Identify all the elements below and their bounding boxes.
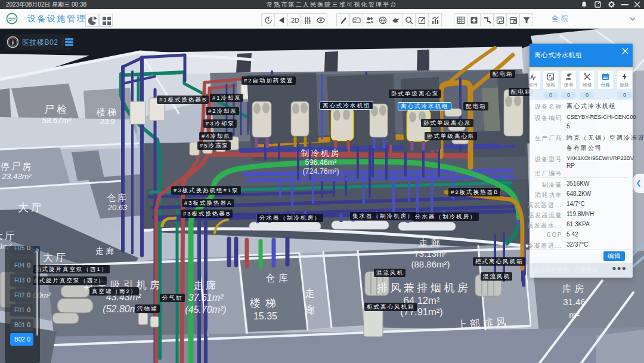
svg-text:2D: 2D bbox=[291, 17, 299, 24]
